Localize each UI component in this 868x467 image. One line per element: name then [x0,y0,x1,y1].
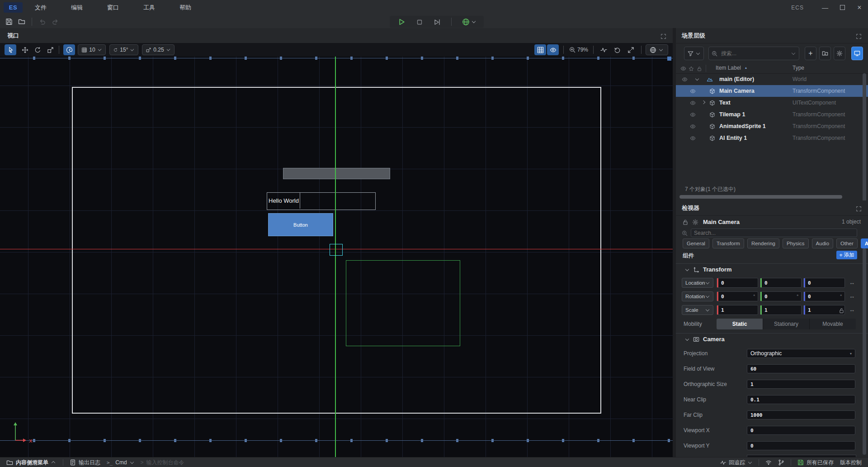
play-button[interactable] [398,18,406,26]
network-status-icon[interactable] [765,459,772,466]
selection-handle-rect[interactable] [330,244,343,256]
hierarchy-expand-icon[interactable] [856,33,862,39]
location-mode-dropdown[interactable]: Location [682,278,713,288]
menu-window[interactable]: 窗口 [95,0,131,15]
select-tool-button[interactable] [5,44,16,55]
hierarchy-search-input[interactable] [720,50,791,57]
stats-button[interactable] [598,44,609,55]
redo-button[interactable] [50,17,61,27]
tab-physics[interactable]: Physics [783,238,809,248]
minimize-button[interactable]: — [816,0,834,15]
projection-dropdown[interactable]: Orthographic▾ [747,349,855,358]
text-element[interactable]: Hello World [267,192,376,210]
viewport-y-input[interactable]: 0 [747,441,855,450]
ui-button-element[interactable]: Button [268,213,333,236]
add-entity-button[interactable]: + [805,47,816,60]
inspector-search-input[interactable] [691,229,857,237]
version-control-button[interactable]: 版本控制 [840,459,862,467]
scale-lock-icon[interactable] [839,306,844,315]
menu-help[interactable]: 帮助 [167,0,203,15]
add-component-button[interactable]: +添加 [836,251,857,259]
camera-section-header[interactable]: Camera [676,333,868,345]
inspector-vscrollbar[interactable] [863,248,866,455]
trace-dropdown[interactable]: 回追踪 [720,459,752,467]
hierarchy-search[interactable] [708,47,799,60]
viewport-x-input[interactable]: 0 [747,426,855,435]
viewport-expand-icon[interactable] [660,33,666,39]
world-selector-dropdown[interactable] [462,18,476,26]
move-tool-button[interactable] [19,44,31,55]
content-drawer-button[interactable]: 内容侧滑菜单 [6,459,56,467]
field-of-view-input[interactable]: 60 [747,364,855,373]
near-clip-input[interactable]: 0.1 [747,395,855,404]
app-logo[interactable]: ES [4,2,23,13]
transform-section-header[interactable]: Transform [676,263,868,275]
grid-snap-dropdown[interactable]: 10 [78,44,106,55]
reset-view-button[interactable] [611,44,623,55]
scale-tool-button[interactable] [44,44,56,55]
scale-snap-dropdown[interactable]: 0.25 [142,44,175,55]
location-link-icon[interactable]: ↔ [849,279,855,286]
hierarchy-row-main[interactable]: main (Editor) World [676,73,868,85]
console-input[interactable]: >输入控制台命令 [141,459,184,467]
close-button[interactable]: × [851,0,868,15]
hierarchy-settings-button[interactable] [834,47,845,60]
zoom-level-button[interactable]: 79% [568,44,590,55]
menu-tools[interactable]: 工具 [131,0,167,15]
rotation-z-input[interactable]: 0° [803,291,845,301]
hierarchy-vscrollbar[interactable] [863,73,866,209]
step-button[interactable] [434,18,441,26]
snap-toggle-button[interactable] [63,44,75,55]
location-z-input[interactable]: 0 [803,278,845,288]
fit-view-button[interactable] [625,44,637,55]
hierarchy-hscrollbar[interactable] [679,195,842,199]
camera-bounds-handle[interactable] [667,57,671,61]
ai-entity-rect[interactable] [346,260,460,346]
open-folder-button[interactable] [16,17,27,27]
entity-lock-icon[interactable] [682,218,689,226]
viewport-world-dropdown[interactable] [646,44,668,55]
undo-button[interactable] [37,17,48,27]
filter-button[interactable] [684,47,704,60]
tab-transform[interactable]: Transform [712,238,744,248]
hierarchy-table-header[interactable]: Item Label ▲ Type [676,63,868,74]
rotate-tool-button[interactable] [32,44,43,55]
tab-general[interactable]: General [683,238,709,248]
hierarchy-row-animatedsprite[interactable]: AnimatedSprite 1 TransformComponent [676,120,868,132]
tilemap-sprite[interactable] [283,168,390,179]
scale-link-icon[interactable]: ↔ [849,306,855,313]
screen-view-button[interactable] [851,47,863,60]
source-control-icon[interactable] [778,459,784,466]
location-y-input[interactable]: 0 [760,278,802,288]
location-x-input[interactable]: 0 [717,278,758,288]
menu-file[interactable]: 文件 [23,0,59,15]
visibility-toggle[interactable] [547,44,559,55]
scale-y-input[interactable]: 1 [760,305,802,315]
rotation-snap-dropdown[interactable]: 15° [109,44,138,55]
orthographic-size-input[interactable]: 1 [747,380,855,389]
save-button[interactable] [4,17,14,27]
save-status[interactable]: 所有已保存 [797,459,834,467]
add-folder-button[interactable] [819,47,831,60]
scale-mode-dropdown[interactable]: Scale [682,305,713,315]
far-clip-input[interactable]: 1000 [747,410,855,419]
mobility-static[interactable]: Static [717,319,763,329]
entity-settings-icon[interactable] [692,218,698,226]
inspector-expand-icon[interactable] [856,205,862,212]
mobility-movable[interactable]: Movable [810,319,856,329]
tab-other[interactable]: Other [836,238,858,248]
tab-audio[interactable]: Audio [812,238,833,248]
rotation-x-input[interactable]: 0° [717,291,758,301]
hierarchy-row-text[interactable]: Text UITextComponent [676,97,868,109]
tab-all[interactable]: All [861,238,868,248]
cmd-dropdown[interactable]: >_ Cmd [107,459,134,466]
mobility-stationary[interactable]: Stationary [763,319,810,329]
hierarchy-row-main-camera[interactable]: Main Camera TransformComponent [676,85,868,97]
scene-canvas[interactable]: Hello World Button x [0,57,673,457]
rotation-y-input[interactable]: 0° [760,291,802,301]
rotation-link-icon[interactable]: ↔ [849,293,855,300]
menu-edit[interactable]: 编辑 [59,0,95,15]
rotation-mode-dropdown[interactable]: Rotation [682,291,713,301]
hierarchy-row-ai-entity[interactable]: AI Entity 1 TransformComponent [676,132,868,144]
hierarchy-row-tilemap[interactable]: Tilemap 1 TransformComponent [676,109,868,120]
